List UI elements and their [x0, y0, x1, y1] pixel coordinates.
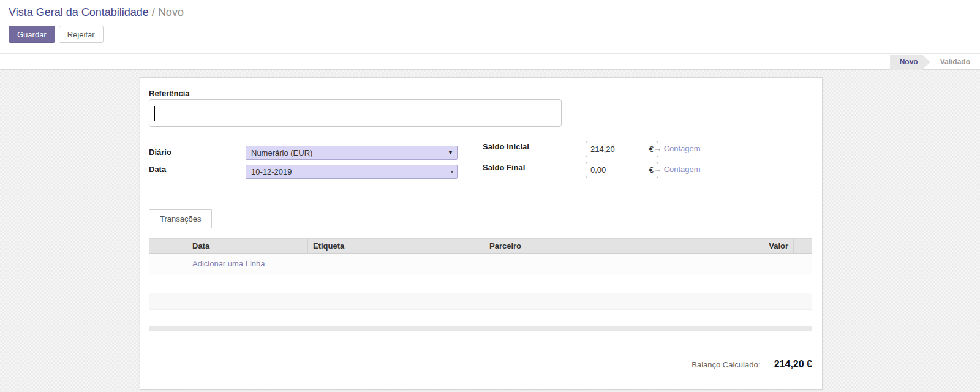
breadcrumb-current: Novo — [158, 6, 184, 18]
status-state-validado[interactable]: Validado — [930, 55, 980, 70]
balance-start-input[interactable]: 214,20 € — [586, 141, 658, 157]
transactions-table: Data Etiqueta Parceiro Valor Adicionar u… — [149, 238, 812, 331]
date-select[interactable]: 10-12-2019 ▾ — [246, 165, 458, 179]
balance-end-label: Saldo Final — [483, 163, 525, 172]
journal-select-value: Numerário (EUR) — [251, 148, 312, 157]
status-state-novo[interactable]: Novo — [890, 55, 930, 70]
right-arrow-icon: → — [654, 144, 662, 153]
breadcrumb: Vista Geral da Contabilidade / Novo — [9, 6, 184, 19]
app-window: Vista Geral da Contabilidade / Novo Guar… — [0, 0, 980, 392]
text-cursor — [154, 106, 155, 121]
count-link-end[interactable]: Contagem — [664, 165, 701, 174]
form-sheet: Referência Diário Data Numerário (EUR) ▼… — [140, 77, 823, 390]
notebook-tabbar: Transações — [149, 209, 812, 228]
journal-label: Diário — [149, 148, 172, 157]
reference-input[interactable] — [149, 99, 562, 127]
empty-row — [149, 293, 812, 310]
reference-label: Referência — [149, 89, 189, 98]
balance-start-value: 214,20 — [590, 145, 649, 154]
top-header: Vista Geral da Contabilidade / Novo Guar… — [0, 0, 980, 54]
column-header-etiqueta[interactable]: Etiqueta — [308, 239, 484, 253]
balance-end-input[interactable]: 0,00 € — [586, 162, 658, 178]
breadcrumb-separator: / — [152, 6, 155, 18]
field-separator-left — [241, 140, 241, 184]
computed-balance-value: 214,20 € — [774, 359, 812, 369]
column-header-extra — [794, 239, 812, 253]
table-row: Adicionar uma Linha — [149, 254, 812, 274]
right-arrow-icon: → — [654, 165, 662, 174]
field-separator-right — [581, 138, 581, 186]
column-header-handle — [149, 239, 187, 253]
count-link-start[interactable]: Contagem — [664, 144, 701, 153]
currency-symbol: € — [649, 165, 654, 175]
tab-transactions[interactable]: Transações — [149, 209, 212, 228]
breadcrumb-root-link[interactable]: Vista Geral da Contabilidade — [9, 6, 149, 18]
status-bar: Novo Validado — [0, 55, 980, 70]
discard-button[interactable]: Rejeitar — [59, 26, 104, 43]
balance-start-label: Saldo Inicial — [483, 142, 529, 151]
count-action-end: → Contagem — [654, 165, 701, 174]
action-button-row: Guardar Rejeitar — [9, 26, 104, 43]
column-header-valor[interactable]: Valor — [663, 239, 794, 253]
journal-select[interactable]: Numerário (EUR) ▼ — [246, 146, 458, 160]
count-action-start: → Contagem — [654, 144, 701, 153]
horizontal-scrollbar[interactable] — [149, 326, 812, 331]
empty-row — [149, 274, 812, 293]
balance-end-value: 0,00 — [590, 165, 649, 175]
computed-balance-label: Balanço Calculado: — [692, 360, 760, 369]
balance-separator — [692, 355, 812, 355]
chevron-down-icon: ▾ — [451, 165, 453, 178]
add-line-link[interactable]: Adicionar uma Linha — [187, 259, 265, 268]
empty-row — [149, 310, 812, 326]
chevron-down-icon: ▼ — [448, 146, 453, 159]
column-header-data[interactable]: Data — [187, 239, 308, 253]
currency-symbol: € — [649, 145, 654, 154]
table-header-row: Data Etiqueta Parceiro Valor — [149, 238, 812, 254]
save-button[interactable]: Guardar — [9, 26, 55, 43]
date-label: Data — [149, 165, 166, 174]
date-select-value: 10-12-2019 — [251, 167, 292, 176]
column-header-parceiro[interactable]: Parceiro — [484, 239, 663, 253]
computed-balance: Balanço Calculado: 214,20 € — [447, 359, 812, 370]
